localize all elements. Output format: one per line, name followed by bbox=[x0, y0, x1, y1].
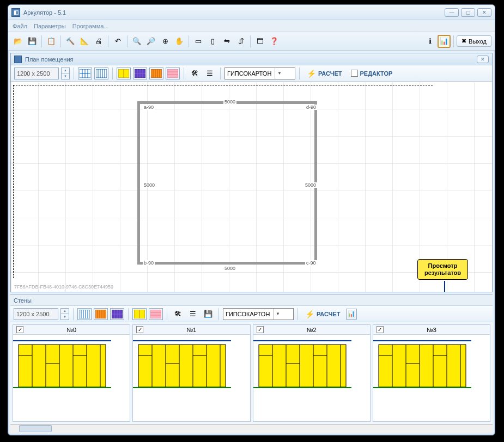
walls-pattern-orange[interactable] bbox=[94, 308, 108, 320]
plan-dim-input[interactable] bbox=[14, 67, 59, 79]
walls-pattern-blue[interactable] bbox=[77, 308, 92, 320]
wall-checkbox-1[interactable]: ✓ bbox=[136, 326, 143, 333]
open-icon[interactable]: 📂 bbox=[11, 35, 25, 48]
chevron-down-icon: ▼ bbox=[273, 309, 282, 320]
stepper-up-icon[interactable]: ▲ bbox=[62, 68, 69, 74]
zoom-in-icon[interactable]: 🔍 bbox=[130, 35, 143, 48]
walls-dim-stepper[interactable]: ▲ ▼ bbox=[60, 308, 69, 320]
svg-rect-80 bbox=[253, 387, 351, 388]
menu-params[interactable]: Параметры bbox=[34, 23, 66, 29]
wall-checkbox-2[interactable]: ✓ bbox=[257, 326, 264, 333]
plan-close-button[interactable]: ✕ bbox=[477, 56, 489, 63]
dim-bottom: 5000 bbox=[223, 266, 236, 271]
plan-dim-stepper[interactable]: ▲ ▼ bbox=[61, 67, 70, 79]
walls-toolbar: ▲ ▼ bbox=[10, 306, 493, 322]
walls-section: Стены ▲ ▼ bbox=[10, 294, 493, 433]
svg-rect-58 bbox=[138, 345, 226, 387]
scrollbar-thumb[interactable] bbox=[19, 425, 52, 432]
pan-icon[interactable]: ✋ bbox=[173, 35, 186, 48]
walls-material-dropdown[interactable]: ГИПСОКАРТОН ▼ bbox=[223, 308, 294, 320]
results-button[interactable]: 📊 bbox=[346, 309, 357, 320]
svg-rect-45 bbox=[13, 340, 111, 341]
help-icon[interactable]: ❓ bbox=[268, 35, 281, 48]
list-icon[interactable]: ☰ bbox=[203, 67, 216, 80]
walls-calc-button[interactable]: ⚡ РАСЧЕТ bbox=[302, 308, 344, 320]
stepper-up-icon[interactable]: ▲ bbox=[61, 309, 69, 315]
walls-dim-input[interactable] bbox=[14, 308, 58, 320]
menu-program[interactable]: Программа... bbox=[72, 23, 109, 29]
svg-rect-46 bbox=[19, 345, 106, 387]
rect2-icon[interactable]: ▯ bbox=[206, 35, 219, 48]
app-title: Аркулятор - 5.1 bbox=[23, 9, 445, 16]
svg-rect-56 bbox=[13, 387, 111, 388]
flip-v-icon[interactable]: ⇵ bbox=[234, 35, 247, 48]
wall-label-3: №3 bbox=[427, 327, 436, 333]
lightning-icon: ⚡ bbox=[307, 69, 316, 78]
walls-list-icon[interactable]: ☰ bbox=[186, 308, 199, 321]
wall-checkbox-3[interactable]: ✓ bbox=[377, 326, 384, 333]
window-icon[interactable]: 🗔 bbox=[253, 35, 266, 48]
wall-canvas-2[interactable] bbox=[253, 335, 370, 421]
corner-d: d-90 bbox=[305, 105, 317, 110]
close-x-icon: ✖ bbox=[462, 38, 466, 45]
plan-canvas[interactable]: 5000 5000 5000 5000 a-90 d-90 b-90 c-90 … bbox=[11, 82, 492, 292]
titlebar: ◧ Аркулятор - 5.1 — ▢ ✕ bbox=[8, 5, 495, 20]
wall-canvas-0[interactable] bbox=[13, 335, 130, 421]
plan-title: План помещения bbox=[25, 56, 74, 63]
tooltip: Просмотр результатов bbox=[417, 259, 468, 280]
pattern-grid-blue[interactable] bbox=[78, 67, 92, 79]
walls-scrollbar[interactable] bbox=[10, 424, 493, 433]
exit-button[interactable]: ✖ Выход bbox=[457, 35, 491, 47]
main-toolbar: 📂 💾 📋 🔨 📐 🖨 ↶ 🔍 🔎 ⊕ ✋ ▭ ▯ ⇋ ⇵ 🗔 ❓ ℹ 📊 ✖ … bbox=[8, 32, 495, 51]
tooltip-connector bbox=[444, 281, 445, 292]
info-icon[interactable]: ℹ bbox=[423, 35, 436, 48]
close-button[interactable]: ✕ bbox=[477, 8, 491, 17]
wall-canvas-1[interactable] bbox=[133, 335, 250, 421]
walls-tools-icon[interactable]: 🛠 bbox=[171, 308, 184, 321]
ruler-icon[interactable]: 📐 bbox=[78, 35, 91, 48]
pattern-yellow[interactable] bbox=[117, 67, 131, 79]
rect1-icon[interactable]: ▭ bbox=[192, 35, 205, 48]
walls-save-icon[interactable]: 💾 bbox=[202, 308, 215, 321]
tools-icon[interactable]: 🛠 bbox=[188, 67, 201, 80]
walls-pattern-purple[interactable] bbox=[110, 308, 124, 320]
chevron-down-icon: ▼ bbox=[275, 68, 283, 79]
walls-calc-label: РАСЧЕТ bbox=[317, 311, 341, 317]
plan-titlebar: План помещения ✕ bbox=[11, 53, 492, 65]
material-dropdown[interactable]: ГИПСОКАРТОН ▼ bbox=[224, 67, 295, 79]
maximize-button[interactable]: ▢ bbox=[461, 8, 475, 17]
flip-h-icon[interactable]: ⇋ bbox=[220, 35, 233, 48]
svg-rect-57 bbox=[133, 340, 231, 341]
undo-icon[interactable]: ↶ bbox=[111, 35, 124, 48]
editor-toggle[interactable]: РЕДАКТОР bbox=[348, 67, 396, 79]
stepper-down-icon[interactable]: ▼ bbox=[62, 73, 69, 79]
pattern-pink[interactable] bbox=[166, 67, 180, 79]
zoom-out-icon[interactable]: 🔎 bbox=[144, 35, 157, 48]
pattern-purple[interactable] bbox=[133, 67, 147, 79]
pattern-orange[interactable] bbox=[149, 67, 163, 79]
svg-rect-68 bbox=[133, 387, 231, 388]
wall-canvas-3[interactable] bbox=[373, 335, 490, 421]
menu-file[interactable]: Файл bbox=[13, 23, 27, 29]
walls-title: Стены bbox=[14, 297, 32, 304]
tool-icon-1[interactable]: 📋 bbox=[45, 35, 58, 48]
corner-a: a-90 bbox=[143, 105, 155, 110]
hammer-icon[interactable]: 🔨 bbox=[64, 35, 77, 48]
minimize-button[interactable]: — bbox=[445, 8, 459, 17]
results-toolbar-icon[interactable]: 📊 bbox=[438, 35, 451, 48]
room-rectangle[interactable] bbox=[137, 101, 317, 265]
editor-checkbox[interactable] bbox=[351, 70, 358, 77]
print-icon[interactable]: 🖨 bbox=[92, 35, 105, 48]
pattern-stripes-blue[interactable] bbox=[94, 67, 108, 79]
walls-pattern-pink[interactable] bbox=[149, 308, 163, 320]
save-icon[interactable]: 💾 bbox=[26, 35, 39, 48]
fit-icon[interactable]: ⊕ bbox=[159, 35, 172, 48]
stepper-down-icon[interactable]: ▼ bbox=[61, 314, 69, 320]
wall-label-1: №1 bbox=[186, 327, 196, 333]
calc-button[interactable]: ⚡ РАСЧЕТ bbox=[303, 67, 345, 79]
wall-panel-2: ✓ №2 bbox=[253, 324, 371, 422]
walls-pattern-yellow[interactable] bbox=[132, 308, 147, 320]
plan-icon bbox=[14, 56, 22, 63]
material-value: ГИПСОКАРТОН bbox=[227, 70, 271, 77]
wall-checkbox-0[interactable]: ✓ bbox=[16, 326, 23, 333]
